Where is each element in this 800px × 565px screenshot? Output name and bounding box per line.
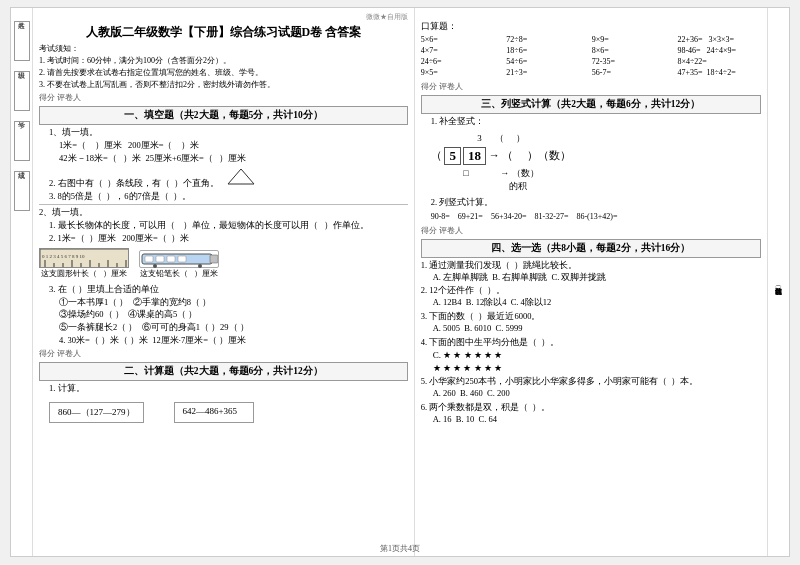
- ruler-image: 0 1 2 3 4 5 6 7 8 9 10: [39, 248, 129, 268]
- calc-item-2: 642—486+365: [174, 402, 254, 423]
- svg-text:0  1  2  3  4  5  6  7  8  9  : 0 1 2 3 4 5 6 7 8 9 10: [42, 254, 85, 259]
- left-margin: 姓名 班级 学号 成绩: [11, 8, 33, 556]
- struct-diagram: 3 （ ） （ 5 18 → （ ）（数） □ → （数）: [431, 132, 761, 193]
- svg-rect-15: [156, 256, 164, 262]
- oral-2-2: 18÷6=: [506, 46, 590, 55]
- fill-3-title: 3. 在（ ）里填上合适的单位: [39, 284, 408, 296]
- lc-4: 81-32-27=: [531, 212, 569, 221]
- score-evaluator-1: 得分 评卷人: [39, 92, 408, 103]
- page-footer-text: 第1页共4页: [380, 544, 420, 553]
- struct-arrow-left: （: [431, 148, 445, 163]
- doc-title: 人教版二年级数学【下册】综合练习试题D卷 含答案: [39, 24, 408, 41]
- select-4: 4. 下面的图中生平均分他是（ ）。 C. ★ ★ ★ ★ ★ ★ ★ ★ ★ …: [421, 337, 761, 374]
- fill-1-line1: 1米=（ ）厘米 200厘米=（ ）米: [39, 140, 408, 152]
- select-5-text: 5. 小华家约250本书，小明家比小华家多得多，小明家可能有（ ）本。: [421, 376, 699, 386]
- notice-1: 1. 考试时间：60分钟，满分为100分（含答面分2分）。: [39, 55, 408, 66]
- score-evaluator-text-4: 得分 评卷人: [421, 225, 463, 236]
- oral-3-4: 8×4÷22=: [677, 57, 761, 66]
- oral-3-1: 24÷6=: [421, 57, 505, 66]
- svg-rect-20: [210, 255, 218, 263]
- svg-rect-17: [178, 256, 186, 262]
- train-svg: [140, 250, 218, 268]
- triangle-svg: [226, 166, 256, 186]
- star-row-1: C. ★ ★ ★ ★ ★ ★: [433, 350, 761, 362]
- score-evaluator-2: 得分 评卷人: [39, 348, 408, 359]
- section3-header: 三、列竖式计算（共2大题，每题6分，共计12分）: [421, 95, 761, 114]
- calc-title: 1. 计算。: [39, 383, 408, 395]
- oral-3-2: 54÷6=: [506, 57, 590, 66]
- side-box-num: [14, 121, 30, 161]
- lc-1: 90-8=: [431, 212, 450, 221]
- select-3: 3. 下面的数（ ）最近近6000。 A. 5005 B. 6010 C. 59…: [421, 311, 761, 335]
- oral-1-1: 5×6=: [421, 35, 505, 44]
- fill-blank-1: 1. 最长长物体的长度，可以用（ ）单位，最短物体的长度可以用（ ）作单位。: [39, 220, 408, 232]
- select-1-text: 1. 通过测量我们发现（ ）跳绳比较长。: [421, 260, 578, 270]
- oral-3-3: 72-35=: [592, 57, 676, 66]
- score-evaluator-text-2: 得分 评卷人: [39, 348, 81, 359]
- oral-1-2: 72÷8=: [506, 35, 590, 44]
- svg-point-18: [153, 264, 157, 268]
- list-calc-items: 90-8= 69+21= 56+34-20= 81-32-27= 86-(13+…: [421, 212, 761, 221]
- score-evaluator-text-1: 得分 评卷人: [39, 92, 81, 103]
- right-column: 口算题： 5×6= 72÷8= 9×9= 22+36= 3×3×3= 4×7= …: [415, 8, 767, 556]
- lc-5: 86-(13+42)=: [572, 212, 617, 221]
- oral-1-4: 22+36= 3×3×3=: [677, 35, 761, 44]
- oral-row-2: 4×7= 18÷6= 8×6= 98-46= 24÷4×9=: [421, 46, 761, 55]
- section2-header: 二、计算题（共2大题，每题6分，共计12分）: [39, 362, 408, 381]
- select-3-text: 3. 下面的数（ ）最近近6000。: [421, 311, 541, 321]
- oral-2-3: 8×6=: [592, 46, 676, 55]
- select-5: 5. 小华家约250本书，小明家比小华家多得多，小明家可能有（ ）本。 A. 2…: [421, 376, 761, 400]
- oral-2-1: 4×7=: [421, 46, 505, 55]
- fill-blank-2: 2. 1米=（ ）厘米 200厘米=（ ）米: [39, 233, 408, 245]
- oral-4-3: 56-7=: [592, 68, 676, 77]
- oral-row-1: 5×6= 72÷8= 9×9= 22+36= 3×3×3=: [421, 35, 761, 44]
- select-4-options: C. ★ ★ ★ ★ ★ ★ ★ ★ ★ ★ ★ ★ ★: [421, 350, 761, 374]
- select-2: 2. 12个还件作（ ）。 A. 12B4 B. 12除以4 C. 4除以12: [421, 285, 761, 309]
- select-1-options: A. 左脚单脚跳 B. 右脚单脚跳 C. 双脚并拢跳: [421, 272, 761, 284]
- fill-1-title: 1、填一填。: [39, 127, 408, 139]
- struct-blank-top: 3 （ ）: [477, 132, 524, 145]
- calc-expr-2: 642—486+365: [183, 406, 245, 416]
- select-1: 1. 通过测量我们发现（ ）跳绳比较长。 A. 左脚单脚跳 B. 右脚单脚跳 C…: [421, 260, 761, 284]
- ruler-caption: 这支圆形针长（ ）厘米: [41, 269, 127, 280]
- select-5-options: A. 260 B. 460 C. 200: [421, 388, 761, 400]
- main-content: 微微★自用版 人教版二年级数学【下册】综合练习试题D卷 含答案 考试须知： 1.…: [33, 8, 767, 556]
- list-calc-title: 1. 补全竖式：: [421, 116, 761, 128]
- oral-row-4: 9×5= 21÷3= 56-7= 47+35= 18÷4÷2=: [421, 68, 761, 77]
- select-4-text: 4. 下面的图中生平均分他是（ ）。: [421, 337, 560, 347]
- side-box-score: [14, 171, 30, 211]
- fill-3-sub-3: ⑤一条裤腿长2（ ） ⑥可可的身高1（ ）29（ ）: [39, 322, 408, 334]
- struct-square: □ → （数）: [463, 167, 538, 180]
- struct-18: 18: [463, 147, 486, 165]
- fill-1-line2: 42米－18米=（ ）米 25厘米+6厘米=（ ）厘米: [39, 153, 408, 165]
- notice-2: 2. 请首先按要求在试卷右指定位置填写您的姓名、班级、学号。: [39, 67, 408, 78]
- score-evaluator-4: 得分 评卷人: [421, 225, 761, 236]
- lc-2: 69+21=: [454, 212, 483, 221]
- lc-3: 56+34-20=: [487, 212, 527, 221]
- divider-1: [39, 204, 408, 205]
- fill-3-sub-1: ①一本书厚1（ ） ②手掌的宽约8（ ）: [39, 297, 408, 309]
- fill-2: 2. 右图中有（ ）条线段，有（ ）个直角。: [39, 166, 408, 190]
- score-evaluator-3: 得分 评卷人: [421, 81, 761, 92]
- page-footer: 第1页共4页: [380, 543, 420, 554]
- notice-section: 考试须知： 1. 考试时间：60分钟，满分为100分（含答面分2分）。 2. 请…: [39, 43, 408, 90]
- notice-3: 3. 不要在试卷上乱写乱画，否则不整洁扣2分，密封线外请勿作答。: [39, 79, 408, 90]
- fill-3-sub-4: 4. 30米=（ ）米（ ）米 12厘米·7厘米=（ ）厘米: [39, 335, 408, 347]
- select-2-options: A. 12B4 B. 12除以4 C. 4除以12: [421, 297, 761, 309]
- notice-title: 考试须知：: [39, 43, 408, 54]
- select-2-text: 2. 12个还件作（ ）。: [421, 285, 505, 295]
- select-6-text: 6. 两个乘数都是双，积是（ ）。: [421, 402, 551, 412]
- side-box-name: [14, 21, 30, 61]
- section1-header: 一、填空题（共2大题，每题5分，共计10分）: [39, 106, 408, 125]
- svg-marker-0: [228, 169, 254, 184]
- left-column: 微微★自用版 人教版二年级数学【下册】综合练习试题D卷 含答案 考试须知： 1.…: [33, 8, 415, 556]
- calc-expr-1: 860—（127—279）: [58, 406, 135, 419]
- select-3-options: A. 5005 B. 6010 C. 5999: [421, 323, 761, 335]
- list-calc-2: 2. 列竖式计算。: [421, 197, 761, 209]
- page-container: 姓名 班级 学号 成绩 微微★自用版 人教版二年级数学【下册】综合练习试题D卷 …: [10, 7, 790, 557]
- fill-3-sub-2: ③操场约60（ ） ④课桌的高5（ ）: [39, 309, 408, 321]
- score-evaluator-text-3: 得分 评卷人: [421, 81, 463, 92]
- oral-label: 口算题：: [421, 21, 761, 33]
- fill-3: 3. 8的5倍是（ ），6的7倍是（ ）。: [39, 191, 408, 203]
- ruler-svg: 0 1 2 3 4 5 6 7 8 9 10: [40, 249, 129, 268]
